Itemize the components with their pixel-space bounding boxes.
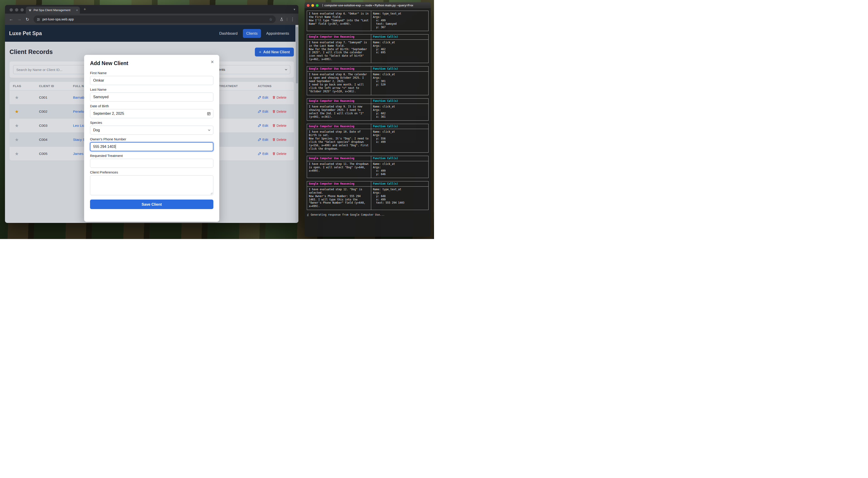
reasoning-text: I have evaluated step 12. "Dog" is selec…: [307, 187, 371, 210]
function-call-header: Function Call(s): [371, 34, 428, 40]
terminal-proxy-icon: [322, 4, 323, 7]
tab-close-icon[interactable]: ×: [76, 8, 78, 12]
reasoning-text: I have evaluated step 10. Date of Birth …: [307, 129, 371, 152]
treatment-label: Requested Treatment: [90, 154, 213, 158]
url-text[interactable]: pet-luxe-spa.web.app: [42, 18, 267, 21]
tab-search-chevron-icon[interactable]: ▾: [293, 7, 295, 11]
zoom-window-button[interactable]: [21, 8, 24, 11]
browser-tab[interactable]: Pet Spa Client Management ×: [26, 7, 80, 13]
species-select[interactable]: Dog: [90, 126, 213, 135]
reasoning-header: Google Computer Use Reasoning: [307, 182, 371, 187]
browser-window: Pet Spa Client Management × + ▾ ← → ↻ pe…: [5, 5, 299, 223]
reasoning-text: I have evaluated step 11. The dropdown i…: [307, 161, 371, 178]
agent-step-block: I have evaluated step 6. "Omkar" is in t…: [307, 11, 429, 31]
status-text: Generating response from Google Computer…: [311, 213, 384, 217]
phone-label: Owner's Phone Number: [90, 137, 213, 141]
reasoning-text: I have evaluated step 8. The calendar is…: [307, 72, 371, 95]
reasoning-header: Google Computer Use Reasoning: [307, 34, 371, 40]
add-client-modal: Add New Client × First Name Omkar Last N…: [84, 55, 219, 222]
spinner-icon: ⣾: [307, 213, 309, 217]
labs-beaker-icon[interactable]: [278, 16, 285, 23]
terminal-status-line: ⣾ Generating response from Google Comput…: [307, 213, 429, 217]
function-call-header: Function Call(s): [371, 99, 428, 104]
function-call-header: Function Call(s): [371, 66, 428, 72]
reload-icon[interactable]: ↻: [24, 16, 31, 23]
save-client-button[interactable]: Save Client: [90, 199, 213, 209]
treatment-field[interactable]: [90, 159, 213, 168]
window-controls: [9, 8, 24, 11]
modal-title: Add New Client: [90, 60, 213, 66]
reasoning-header: Google Computer Use Reasoning: [307, 156, 371, 161]
zoom-window-button[interactable]: [316, 4, 318, 7]
dob-value: September 2, 2025: [93, 111, 124, 116]
agent-step-block: Google Computer Use Reasoning Function C…: [307, 66, 429, 95]
reasoning-text: I have evaluated step 7. "Samoyed" is in…: [307, 40, 371, 63]
function-call-header: Function Call(s): [371, 156, 428, 161]
dob-label: Date of Birth: [90, 104, 213, 108]
terminal-titlebar: computer-use-solution-exp — node • Pytho…: [305, 2, 431, 9]
new-tab-button[interactable]: +: [82, 6, 88, 12]
reasoning-text: I have evaluated step 9. It is now showi…: [307, 104, 371, 120]
function-call-text: Name: type_text_at Args: y: 648 x: 499 t…: [371, 187, 428, 210]
function-call-text: Name: click_at Args: y: 556 x: 499: [371, 129, 428, 152]
terminal-window: computer-use-solution-exp — node • Pytho…: [305, 2, 431, 237]
phone-value: 555 294 1403: [93, 145, 116, 149]
function-call-text: Name: click_at Args: y: 602 x: 361: [371, 104, 428, 120]
reasoning-header: Google Computer Use Reasoning: [307, 124, 371, 129]
function-call-text: Name: click_at Args: x: 499 y: 646: [371, 161, 428, 178]
resize-grip-icon[interactable]: [210, 192, 213, 194]
function-call-text: Name: click_at Args: y: 462 x: 695: [371, 40, 428, 63]
last-name-field[interactable]: Samoyed: [90, 93, 213, 102]
browser-menu-kebab-icon[interactable]: ⋮: [289, 16, 296, 23]
first-name-field[interactable]: Omkar: [90, 76, 213, 85]
calendar-icon[interactable]: [207, 112, 211, 116]
function-call-header: Function Call(s): [371, 124, 428, 129]
agent-step-block: Google Computer Use Reasoning Function C…: [307, 34, 429, 63]
minimize-window-button[interactable]: [15, 8, 19, 11]
forward-icon[interactable]: →: [16, 16, 23, 23]
reasoning-header: Google Computer Use Reasoning: [307, 66, 371, 72]
toolbar-divider: |: [286, 17, 288, 21]
preferences-label: Client Preferences: [90, 170, 213, 174]
function-call-header: Function Call(s): [371, 182, 428, 187]
reasoning-text: I have evaluated step 6. "Omkar" is in t…: [307, 11, 371, 31]
agent-step-block: Google Computer Use Reasoning Function C…: [307, 98, 429, 121]
agent-step-block: Google Computer Use Reasoning Function C…: [307, 156, 429, 178]
species-label: Species: [90, 121, 213, 125]
terminal-title: computer-use-solution-exp — node • Pytho…: [324, 4, 413, 7]
browser-toolbar: ← → ↻ pet-luxe-spa.web.app ☆ |: [5, 13, 299, 25]
terminal-output[interactable]: I have evaluated step 6. "Omkar" is in t…: [305, 9, 431, 237]
back-icon[interactable]: ←: [8, 16, 14, 23]
text-caret: [116, 145, 116, 149]
agent-step-block: Google Computer Use Reasoning Function C…: [307, 181, 429, 210]
bookmark-star-icon[interactable]: ☆: [269, 17, 273, 22]
tab-favicon-paw-icon: [28, 8, 32, 12]
agent-step-block: Google Computer Use Reasoning Function C…: [307, 124, 429, 153]
function-call-text: Name: type_text_at Args: x: 499 text: Sa…: [371, 11, 428, 31]
last-name-label: Last Name: [90, 88, 213, 91]
tab-strip: Pet Spa Client Management × + ▾: [5, 5, 299, 13]
species-value: Dog: [93, 128, 100, 132]
chevron-down-icon: [208, 129, 211, 132]
phone-field[interactable]: 555 294 1403: [90, 142, 213, 151]
reasoning-header: Google Computer Use Reasoning: [307, 99, 371, 104]
last-name-value: Samoyed: [93, 95, 108, 99]
close-icon[interactable]: ×: [211, 59, 214, 65]
tab-title: Pet Spa Client Management: [34, 8, 74, 12]
first-name-label: First Name: [90, 71, 213, 75]
close-window-button[interactable]: [307, 4, 310, 7]
first-name-value: Omkar: [93, 78, 104, 83]
function-call-text: Name: click_at Args: x: 301 y: 520: [371, 72, 428, 95]
site-settings-tune-icon[interactable]: [37, 18, 40, 21]
desktop: Pet Spa Client Management × + ▾ ← → ↻ pe…: [0, 0, 434, 239]
minimize-window-button[interactable]: [311, 4, 314, 7]
address-bar[interactable]: pet-luxe-spa.web.app ☆: [34, 15, 276, 23]
preferences-textarea[interactable]: [90, 175, 213, 195]
dob-field[interactable]: September 2, 2025: [90, 109, 213, 118]
page-viewport: Luxe Pet Spa Dashboard Clients Appointme…: [5, 25, 299, 223]
terminal-window-controls: [307, 4, 318, 7]
close-window-button[interactable]: [9, 8, 13, 11]
